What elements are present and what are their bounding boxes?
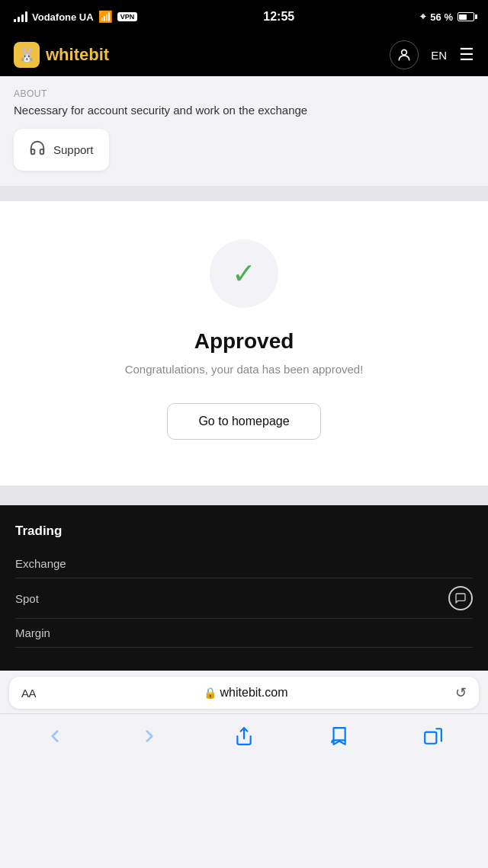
chat-bubble-icon <box>448 586 473 610</box>
back-button[interactable] <box>40 722 69 751</box>
check-circle: ✓ <box>210 239 278 308</box>
user-icon <box>396 47 412 62</box>
safari-url-display[interactable]: 🔒 whitebit.com <box>43 686 448 700</box>
logo-white: white <box>46 45 88 64</box>
footer-nav-exchange[interactable]: Exchange <box>15 549 473 578</box>
logo-text: whitebit <box>46 45 109 65</box>
footer-section-title: Trading <box>15 524 473 539</box>
forward-button[interactable] <box>135 722 164 751</box>
logo[interactable]: 🐰 whitebit <box>14 42 109 68</box>
section-divider-1 <box>0 186 488 201</box>
vpn-badge: VPN <box>117 12 138 21</box>
approved-section: ✓ Approved Congratulations, your data ha… <box>0 201 488 485</box>
account-button[interactable] <box>390 40 419 69</box>
about-section: ABOUT Necessary for account security and… <box>0 76 488 186</box>
status-bar: Vodafone UA 📶 VPN 12:55 ⌖ 56 % <box>0 0 488 34</box>
support-label: Support <box>53 143 94 156</box>
footer-nav-spot[interactable]: Spot <box>15 578 473 619</box>
logo-bit: bit <box>88 45 109 64</box>
status-right: ⌖ 56 % <box>420 11 474 23</box>
approved-subtitle: Congratulations, your data has been appr… <box>125 363 364 376</box>
tabs-button[interactable] <box>419 722 448 751</box>
checkmark-icon: ✓ <box>232 259 256 288</box>
margin-label: Margin <box>15 626 50 639</box>
share-button[interactable] <box>230 722 258 751</box>
safari-refresh-button[interactable]: ↺ <box>455 684 467 701</box>
bookmarks-button[interactable] <box>324 722 353 751</box>
menu-button[interactable]: ☰ <box>459 45 474 65</box>
about-label: ABOUT <box>14 88 474 99</box>
location-icon: ⌖ <box>420 11 425 23</box>
time-label: 12:55 <box>263 10 294 24</box>
spot-label: Spot <box>15 592 39 605</box>
go-homepage-button[interactable]: Go to homepage <box>167 403 320 440</box>
status-left: Vodafone UA 📶 VPN <box>14 10 137 24</box>
carrier-label: Vodafone UA <box>32 11 94 23</box>
safari-bar-wrapper: AA 🔒 whitebit.com ↺ <box>0 671 488 713</box>
footer-nav: Trading Exchange Spot Margin <box>0 505 488 671</box>
battery-icon <box>458 12 474 21</box>
language-selector[interactable]: EN <box>431 49 447 62</box>
safari-url-bar[interactable]: AA 🔒 whitebit.com ↺ <box>9 677 479 709</box>
header: 🐰 whitebit EN ☰ <box>0 34 488 76</box>
approved-title: Approved <box>194 329 294 354</box>
footer-nav-margin[interactable]: Margin <box>15 619 473 648</box>
signal-icon <box>14 11 27 22</box>
about-description: Necessary for account security and work … <box>14 104 474 117</box>
logo-icon: 🐰 <box>14 42 40 68</box>
url-text: whitebit.com <box>220 686 288 700</box>
safari-toolbar <box>0 713 488 766</box>
exchange-label: Exchange <box>15 557 66 570</box>
section-divider-2 <box>0 485 488 505</box>
svg-rect-2 <box>425 732 436 744</box>
svg-point-0 <box>402 50 407 55</box>
lock-icon: 🔒 <box>204 687 217 699</box>
headset-icon <box>29 139 46 160</box>
battery-percent: 56 % <box>430 11 453 23</box>
footer-nav-list: Exchange Spot Margin <box>15 549 473 648</box>
wifi-icon: 📶 <box>98 10 113 24</box>
support-button[interactable]: Support <box>14 129 109 171</box>
header-right: EN ☰ <box>390 40 474 69</box>
safari-aa-button[interactable]: AA <box>21 687 36 700</box>
